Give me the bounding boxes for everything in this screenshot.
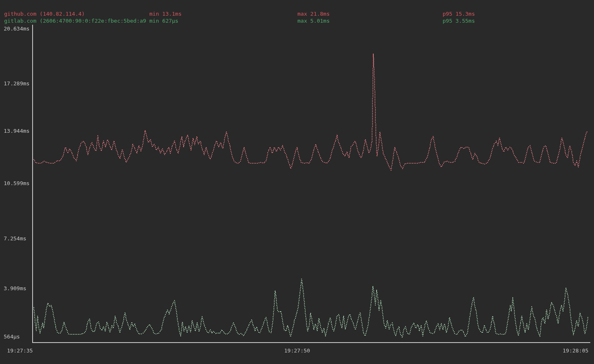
y-tick-label: 564µs bbox=[4, 333, 20, 340]
gping-terminal-screen: github.com (140.82.114.4) min 13.1ms max… bbox=[0, 0, 594, 364]
github-min-stat: min 13.1ms bbox=[149, 10, 182, 17]
y-tick-label: 7.254ms bbox=[4, 235, 26, 242]
host-github-label: github.com (140.82.114.4) bbox=[4, 10, 85, 17]
x-tick-label: 19:28:05 bbox=[563, 347, 589, 354]
host-gitlab-label: gitlab.com (2606:4700:90:0:f22e:fbec:5be… bbox=[4, 17, 146, 24]
github-max-stat: max 21.8ms bbox=[297, 10, 330, 17]
legend-row-gitlab: gitlab.com (2606:4700:90:0:f22e:fbec:5be… bbox=[0, 17, 594, 24]
y-tick-label: 13.944ms bbox=[4, 127, 30, 134]
latency-chart-canvas bbox=[0, 0, 594, 364]
y-tick-label: 10.599ms bbox=[4, 180, 30, 187]
gitlab-p95-stat: p95 3.55ms bbox=[443, 17, 475, 24]
y-tick-label: 17.289ms bbox=[4, 80, 30, 87]
gitlab-max-stat: max 5.01ms bbox=[297, 17, 330, 24]
y-tick-label: 20.634ms bbox=[4, 25, 30, 32]
github-p95-stat: p95 15.3ms bbox=[443, 10, 475, 17]
x-axis-line bbox=[32, 342, 590, 343]
y-tick-label: 3.909ms bbox=[4, 285, 26, 292]
y-axis-line bbox=[32, 25, 33, 343]
x-tick-label: 19:27:50 bbox=[284, 347, 310, 354]
legend-row-github: github.com (140.82.114.4) min 13.1ms max… bbox=[0, 10, 594, 17]
x-tick-label: 19:27:35 bbox=[7, 347, 33, 354]
gitlab-min-stat: min 627µs bbox=[149, 17, 178, 24]
